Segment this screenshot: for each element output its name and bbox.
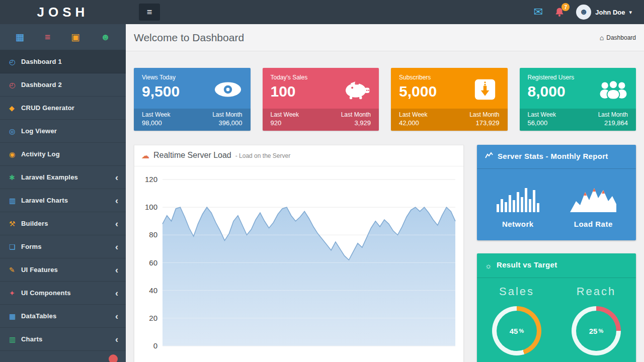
last-month-value: 173,929 (469, 119, 499, 127)
sidebar-item-label: Builders (21, 220, 48, 227)
user-menu[interactable]: ☻ John Doe ▾ (576, 5, 632, 20)
sales-gauge: 45% (492, 306, 541, 355)
last-week-value: 42,000 (399, 119, 427, 127)
messages-button[interactable]: ✉ (534, 6, 543, 19)
wrench-icon: ⚒ (9, 220, 21, 227)
content: Views Today 9,500 Last Week 98,000 (126, 51, 644, 362)
svg-text:100: 100 (145, 203, 157, 211)
sidebar-item-partial[interactable] (0, 351, 126, 362)
sidebar-item-label: UI Components (21, 289, 71, 297)
pencil-icon: ✎ (9, 266, 21, 274)
server-load-panel-header: ☁ Realtime Server Load - Load on the Ser… (134, 145, 463, 166)
sales-column: Sales 45% (477, 278, 556, 355)
shield-icon: ◆ (9, 105, 21, 112)
notification-dot (109, 354, 118, 362)
sidebar-item-charts[interactable]: ▥ Charts ‹ (0, 328, 126, 351)
sidebar-item-label: UI Features (21, 266, 58, 274)
load-rate-stat: Load Rate (570, 185, 616, 228)
load-rate-label: Load Rate (574, 220, 613, 228)
server-load-panel: ☁ Realtime Server Load - Load on the Ser… (134, 145, 464, 362)
last-week-value: 920 (271, 119, 299, 127)
main-area: Welcome to Dashboard ⌂ Dashboard Views T… (126, 24, 644, 362)
dashboard-gauge-icon: ◴ (9, 58, 21, 65)
envelope-icon: ✉ (534, 6, 543, 19)
svg-text:120: 120 (145, 175, 157, 184)
chevron-left-icon: ‹ (115, 219, 118, 228)
piggy-bank-icon (341, 78, 372, 101)
card-footer: Last Week 42,000 Last Month 173,929 (391, 109, 508, 131)
stat-card-subscribers: Subscribers 5,000 Last Wee (391, 68, 508, 131)
page-title: Welcome to Dashboard (134, 32, 244, 44)
reach-column: Reach 25% (556, 278, 636, 355)
sales-label: Sales (499, 285, 534, 298)
last-week-label: Last Week (142, 111, 170, 118)
reach-gauge-value: 25% (572, 306, 621, 355)
sidebar-item-label: Laravel Examples (21, 173, 78, 181)
sidebar-item-log-viewer[interactable]: ◎ Log Viewer ‹ (0, 120, 126, 143)
sidebar-item-label: Activity Log (21, 150, 60, 158)
server-stats-body: Network Load Rate (477, 169, 636, 240)
table-icon: ▦ (9, 313, 21, 320)
mountain-chart-icon (570, 185, 616, 212)
server-load-title: Realtime Server Load (153, 151, 231, 160)
svg-text:60: 60 (149, 258, 157, 267)
topbar: JOSH ≡ ✉ 7 ☻ John Doe ▾ (0, 0, 644, 24)
caret-down-icon: ▾ (629, 9, 632, 16)
result-vs-target-header: ☼ Result vs Target (477, 253, 636, 279)
sidebar-toggle-button[interactable]: ≡ (139, 4, 160, 21)
server-stats-header: Server Stats - Monthly Report (477, 145, 636, 169)
stat-card-todays-sales: Today's Sales 100 (263, 68, 379, 131)
chevron-left-icon: ‹ (115, 173, 118, 182)
sidebar-item-laravel-examples[interactable]: ✱ Laravel Examples ‹ (0, 166, 126, 189)
asterisk-icon: ✱ (9, 174, 21, 181)
svg-text:0: 0 (153, 341, 157, 350)
sidebar-item-dashboard-2[interactable]: ◴ Dashboard 2 ‹ (0, 73, 126, 97)
line-chart-icon (485, 152, 493, 158)
sidebar-item-ui-features[interactable]: ✎ UI Features ‹ (0, 258, 126, 282)
last-week-label: Last Week (271, 111, 299, 118)
hamburger-icon: ≡ (147, 7, 152, 18)
breadcrumb[interactable]: ⌂ Dashboard (600, 34, 636, 42)
network-stat: Network (497, 185, 539, 228)
server-load-chart-body: 020406080100120 (134, 166, 463, 362)
sidebar-item-label: DataTables (21, 312, 56, 320)
last-month-value: 396,000 (212, 119, 242, 127)
sidebar-item-label: Dashboard 1 (21, 58, 62, 65)
sidebar-item-crud-generator[interactable]: ◆ CRUD Generator ‹ (0, 97, 126, 120)
chevron-left-icon: ‹ (115, 289, 118, 298)
result-vs-target-panel: ☼ Result vs Target Sales 45% (477, 253, 636, 362)
card-footer: Last Week 56,000 Last Month 219,864 (520, 109, 636, 131)
sidebar-item-activity-log[interactable]: ◉ Activity Log ‹ (0, 143, 126, 166)
page-header: Welcome to Dashboard ⌂ Dashboard (126, 24, 644, 51)
charts-row: ☁ Realtime Server Load - Load on the Ser… (134, 145, 636, 362)
chevron-left-icon: ‹ (115, 312, 118, 321)
table-icon[interactable]: ▦ (15, 32, 24, 42)
notification-badge: 7 (561, 3, 570, 11)
list-icon[interactable]: ≡ (45, 32, 50, 42)
sidebar-item-builders[interactable]: ⚒ Builders ‹ (0, 212, 126, 235)
stat-card-views-today: Views Today 9,500 Last Week 98,000 (134, 68, 251, 131)
user-icon[interactable]: ☻ (101, 32, 111, 42)
sun-icon: ☼ (485, 260, 492, 272)
sidebar-item-datatables[interactable]: ▦ DataTables ‹ (0, 305, 126, 328)
chevron-left-icon: ‹ (115, 335, 118, 344)
notifications-button[interactable]: 7 (554, 7, 565, 18)
sidebar-item-label: Log Viewer (21, 127, 57, 135)
chevron-left-icon: ‹ (115, 196, 118, 205)
sales-gauge-value: 45% (492, 306, 541, 355)
cloud-icon: ☁ (141, 151, 149, 160)
sidebar-item-ui-components[interactable]: ✦ UI Components ‹ (0, 282, 126, 305)
sidebar-item-label: Dashboard 2 (21, 81, 62, 88)
sidebar-item-dashboard-1[interactable]: ◴ Dashboard 1 ‹ (0, 50, 126, 73)
sidebar-item-label: Charts (21, 335, 42, 343)
sidebar-item-laravel-charts[interactable]: ▥ Laravel Charts ‹ (0, 189, 126, 212)
file-icon: ❏ (9, 243, 21, 250)
user-name: John Doe (595, 9, 625, 16)
card-footer: Last Week 98,000 Last Month 396,000 (134, 109, 251, 131)
svg-text:20: 20 (149, 314, 157, 322)
sidebar-item-forms[interactable]: ❏ Forms ‹ (0, 235, 126, 258)
image-icon[interactable]: ▣ (71, 32, 80, 42)
reach-gauge: 25% (572, 306, 621, 355)
svg-text:40: 40 (149, 286, 157, 295)
svg-text:80: 80 (149, 230, 157, 239)
